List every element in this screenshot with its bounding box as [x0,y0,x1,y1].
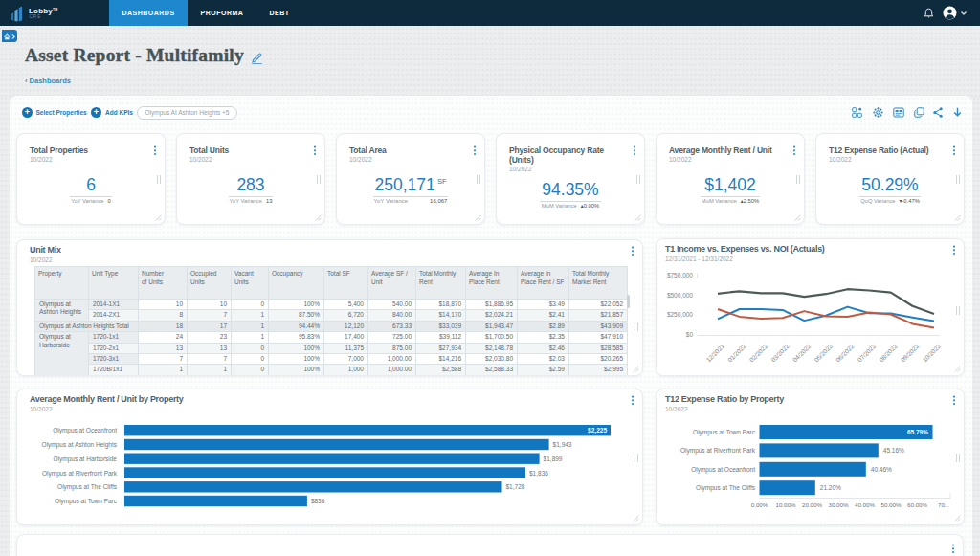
svg-text:$500,000: $500,000 [667,292,693,299]
svg-text:Olympus at Town Parc: Olympus at Town Parc [55,498,118,505]
svg-text:0.00%: 0.00% [751,501,768,508]
svg-text:45.16%: 45.16% [883,447,904,454]
svg-text:09/2022: 09/2022 [900,343,921,364]
svg-text:60.00%: 60.00% [907,501,927,508]
svg-text:Olympus at Ashton Heights: Olympus at Ashton Heights [42,441,118,449]
svg-text:01/2022: 01/2022 [726,343,747,364]
svg-text:10/2022: 10/2022 [921,343,942,364]
svg-text:10.00%: 10.00% [776,501,796,508]
svg-text:$1,836: $1,836 [529,470,548,477]
svg-text:$1,899: $1,899 [544,456,563,462]
svg-text:Olympus at The Cliffs: Olympus at The Cliffs [696,484,756,492]
svg-text:$250,000: $250,000 [667,311,693,318]
svg-text:40.46%: 40.46% [871,466,892,473]
svg-text:03/2022: 03/2022 [769,343,791,364]
svg-text:Olympus at Town Parc: Olympus at Town Parc [693,429,756,436]
svg-text:04/2022: 04/2022 [791,343,813,364]
svg-text:Olympus at Oceanfront: Olympus at Oceanfront [53,427,117,434]
svg-text:40.00%: 40.00% [855,501,875,508]
svg-text:Olympus at The Cliffs: Olympus at The Cliffs [57,483,118,491]
svg-text:Olympus at Riverfront Park: Olympus at Riverfront Park [680,447,756,455]
svg-text:50.00%: 50.00% [881,501,902,508]
svg-text:65.79%: 65.79% [907,429,928,435]
svg-text:30.00%: 30.00% [829,501,849,508]
svg-text:$1,943: $1,943 [553,441,572,448]
svg-text:Olympus at Harborside: Olympus at Harborside [54,456,118,463]
svg-text:07/2022: 07/2022 [857,343,878,364]
svg-text:21.20%: 21.20% [820,484,841,491]
svg-text:70...: 70... [938,501,949,508]
svg-text:Olympus at Riverfront Park: Olympus at Riverfront Park [42,470,118,478]
svg-text:$750,000: $750,000 [667,272,693,278]
svg-text:20.00%: 20.00% [802,501,822,508]
svg-text:$2,225: $2,225 [588,427,607,434]
svg-text:$836: $836 [311,498,325,504]
svg-text:$0: $0 [686,331,694,338]
svg-text:06/2022: 06/2022 [835,343,856,364]
svg-text:02/2022: 02/2022 [748,343,769,364]
svg-text:$1,728: $1,728 [506,483,525,490]
svg-text:12/2021: 12/2021 [704,343,725,364]
svg-text:08/2022: 08/2022 [878,343,899,364]
svg-text:Olympus at Oceanfront: Olympus at Oceanfront [691,466,755,474]
svg-text:05/2022: 05/2022 [813,343,834,364]
